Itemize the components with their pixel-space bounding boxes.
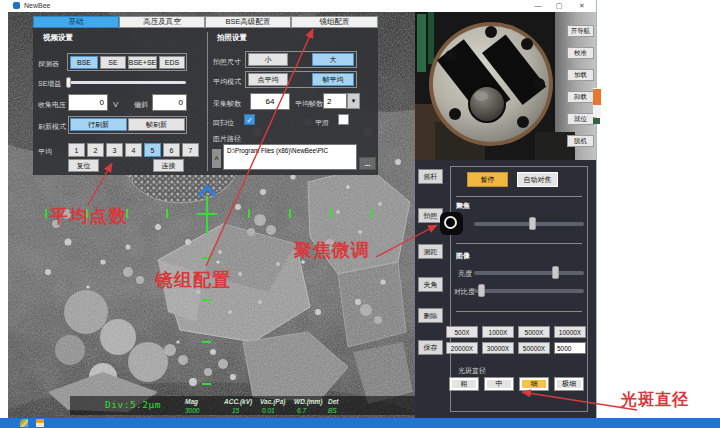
autofocus-button[interactable]: 自动对焦 (517, 172, 558, 187)
ruler-tick (45, 209, 47, 218)
frame-refresh-button[interactable]: 帧刷新 (128, 118, 185, 131)
title-bar (8, 0, 597, 12)
se-gain-label: SE增益 (38, 79, 61, 89)
se-gain-slider[interactable] (67, 81, 186, 84)
joystick-button[interactable]: 摇杆 (418, 169, 443, 184)
contrast-slider[interactable] (474, 289, 584, 293)
maximize-button[interactable]: ▢ (551, 1, 567, 11)
window-title: NewBee (24, 2, 50, 9)
delete-button[interactable]: 删除 (418, 308, 443, 323)
average-5-button[interactable]: 5 (144, 143, 161, 157)
bias-input[interactable]: 0 (152, 94, 187, 111)
brightness-slider[interactable] (474, 271, 584, 275)
ruler-tick (330, 209, 332, 218)
smooth-checkbox[interactable] (338, 114, 349, 125)
spot-medium-button[interactable]: 中 (484, 377, 514, 391)
average-1-button[interactable]: 1 (68, 143, 85, 157)
path-input[interactable]: D:\Program Files (x86)\NewBee\PIC (223, 144, 357, 170)
detector-eds-button[interactable]: EDS (159, 56, 185, 69)
flyback-checkbox[interactable]: ✓ (244, 114, 255, 125)
offline-button[interactable]: 脱机 (567, 135, 594, 147)
average-6-button[interactable]: 6 (163, 143, 180, 157)
ruler-tick (248, 209, 250, 218)
status-col-value: 3000 (185, 407, 199, 414)
frame-avg-button[interactable]: 帧平均 (312, 73, 354, 86)
in-position-button[interactable]: 就位 (567, 113, 594, 125)
focus-knob-ring (444, 216, 457, 229)
tab-bse-advanced[interactable]: BSE高级配置 (205, 16, 291, 28)
center-dash (202, 299, 211, 301)
mag-20000x-button[interactable]: 20000X (446, 342, 478, 354)
minimize-button[interactable]: — (530, 1, 546, 11)
ruler-tick (371, 209, 373, 218)
annotation-average-points: 平均点数 (50, 204, 128, 228)
taskbar-icon[interactable] (20, 419, 28, 427)
average-2-button[interactable]: 2 (87, 143, 104, 157)
detector-bse-se-button[interactable]: BSE+SE (128, 56, 157, 69)
mag-30000x-button[interactable]: 30000X (482, 342, 514, 354)
detector-se-button[interactable]: SE (100, 56, 126, 69)
panel-divider (207, 32, 208, 171)
average-4-button[interactable]: 4 (125, 143, 142, 157)
spot-extra-fine-button[interactable]: 极细 (554, 377, 584, 391)
status-col-label: Vac.(Pa) (260, 398, 285, 405)
collector-voltage-label: 收集电压 (38, 100, 66, 110)
average-3-button[interactable]: 3 (106, 143, 123, 157)
crosshair-v (206, 196, 208, 234)
window-border (596, 0, 597, 418)
flyback-label: 回扫位 (213, 118, 234, 128)
open-navigation-button[interactable]: 开导航 (567, 25, 594, 37)
mag-50000x-button[interactable]: 50000X (518, 342, 550, 354)
mag-1000x-button[interactable]: 1000X (482, 326, 514, 338)
collector-voltage-input[interactable]: 0 (68, 94, 108, 111)
spot-coarse-button[interactable]: 粗 (449, 377, 479, 391)
taskbar[interactable] (0, 418, 720, 428)
tab-hv-vacuum[interactable]: 高压及真空 (119, 16, 205, 28)
avg-frames-dropdown-icon[interactable]: ▾ (347, 93, 360, 109)
edge-widget-2 (593, 105, 601, 117)
tab-lens-config[interactable]: 镜组配置 (291, 16, 378, 28)
tab-basic[interactable]: 基础 (33, 16, 119, 28)
size-large-button[interactable]: 大 (312, 53, 354, 66)
mag-500x-button[interactable]: 500X (446, 326, 478, 338)
screen: Div:5.2μm Mag ACC.(kV) Vac.(Pa) WD.(mm) … (0, 0, 720, 428)
se-gain-slider-handle[interactable] (66, 77, 71, 88)
avg-frames-select[interactable]: 2 (323, 93, 347, 109)
pause-button[interactable]: 暂停 (467, 172, 508, 187)
point-avg-button[interactable]: 点平均 (248, 73, 288, 86)
spot-fine-button[interactable]: 细 (519, 377, 549, 391)
contrast-slider-handle[interactable] (478, 284, 485, 297)
mag-input[interactable]: 5000 (554, 342, 586, 354)
angle-button[interactable]: 夹角 (418, 277, 443, 292)
load-button[interactable]: 加载 (567, 69, 594, 81)
focus-slider-handle[interactable] (529, 217, 536, 230)
status-col-label: Det (328, 398, 338, 405)
calibrate-button[interactable]: 校准 (567, 47, 594, 59)
average-7-button[interactable]: 7 (182, 143, 199, 157)
mag-10000x-button[interactable]: 10000X (554, 326, 586, 338)
measure-button[interactable]: 测距 (418, 244, 443, 259)
reset-button[interactable]: 复位 (68, 159, 99, 172)
avg-frames-label: 平均帧数 (295, 99, 323, 109)
taskbar-icon[interactable] (36, 419, 44, 427)
frame-count-input[interactable]: 64 (250, 93, 290, 110)
detector-bse-button[interactable]: BSE (70, 56, 98, 69)
unload-button[interactable]: 卸载 (567, 91, 594, 103)
spot-diameter-label: 光斑直径 (458, 366, 486, 376)
save-button[interactable]: 保存 (418, 340, 443, 355)
row-refresh-button[interactable]: 行刷新 (70, 118, 127, 131)
frame-count-label: 采集帧数 (213, 99, 241, 109)
browse-button[interactable]: ... (359, 157, 376, 170)
mag-5000x-button[interactable]: 5000X (518, 326, 550, 338)
close-button[interactable]: ✕ (574, 1, 590, 11)
status-col-value: 0.01 (262, 407, 275, 414)
photo-settings-title: 拍照设置 (217, 33, 247, 43)
size-small-button[interactable]: 小 (248, 53, 288, 66)
brightness-slider-handle[interactable] (552, 266, 559, 279)
avg-mode-label: 平均模式 (213, 77, 241, 87)
detector-label: 探测器 (38, 59, 59, 69)
connect-button[interactable]: 连接 (153, 159, 184, 172)
ruler-tick (166, 209, 168, 218)
image-section-label: 图像 (456, 251, 470, 261)
status-col-value: 6.7 (297, 407, 306, 414)
